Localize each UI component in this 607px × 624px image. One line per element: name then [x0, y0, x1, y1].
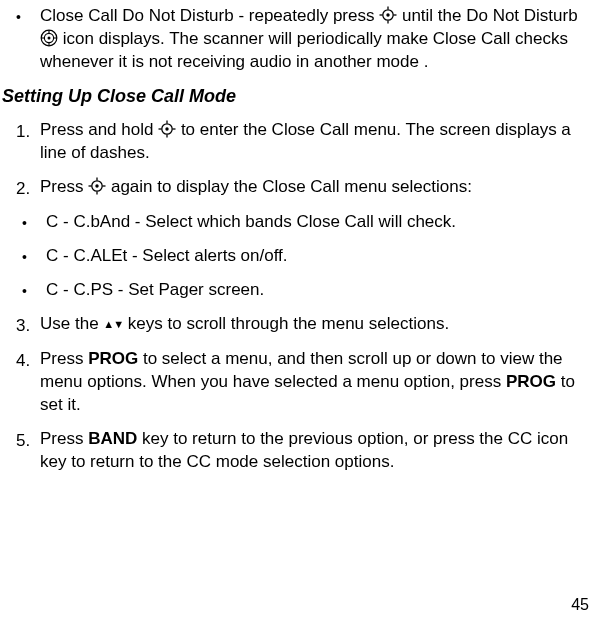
- list-item-text: Close Call Do Not Disturb - repeatedly p…: [40, 4, 585, 74]
- text: Close Call Do Not Disturb - repeatedly p…: [40, 6, 379, 25]
- list-item: • C - C.bAnd - Select which bands Close …: [0, 210, 585, 234]
- key-label: BAND: [88, 429, 137, 448]
- bullet-marker: •: [22, 210, 46, 234]
- text: Press: [40, 349, 88, 368]
- bullet-marker: •: [22, 278, 46, 302]
- up-down-arrows-icon: ▲▼: [103, 319, 123, 330]
- svg-point-14: [165, 127, 168, 130]
- list-item-text: C - C.ALEt - Select alerts on/off.: [46, 244, 585, 268]
- list-item-text: Press again to display the Close Call me…: [40, 175, 585, 199]
- list-item: • Close Call Do Not Disturb - repeatedly…: [0, 4, 585, 74]
- list-item: • C - C.ALEt - Select alerts on/off.: [0, 244, 585, 268]
- key-label: PROG: [506, 372, 556, 391]
- text: again to display the Close Call menu sel…: [111, 177, 472, 196]
- list-item: 2. Press again to display the Close Call…: [0, 175, 585, 200]
- svg-point-8: [48, 36, 51, 39]
- list-item: • C - C.PS - Set Pager screen.: [0, 278, 585, 302]
- bullet-marker: •: [22, 244, 46, 268]
- list-item-text: Press BAND key to return to the previous…: [40, 427, 585, 474]
- page-number: 45: [571, 594, 589, 616]
- step-number: 3.: [16, 312, 40, 337]
- close-call-icon: [158, 120, 176, 138]
- text: keys to scroll through the menu selectio…: [128, 314, 449, 333]
- key-label: PROG: [88, 349, 138, 368]
- text: icon displays. The scanner will periodic…: [40, 29, 568, 71]
- close-call-icon: [88, 177, 106, 195]
- list-item-text: C - C.bAnd - Select which bands Close Ca…: [46, 210, 585, 234]
- step-number: 2.: [16, 175, 40, 200]
- list-item: 3. Use the ▲▼ keys to scroll through the…: [0, 312, 585, 337]
- text: Press: [40, 177, 88, 196]
- step-number: 5.: [16, 427, 40, 452]
- list-item-text: Press PROG to select a menu, and then sc…: [40, 347, 585, 417]
- close-call-dnd-icon: [40, 29, 58, 47]
- step-number: 1.: [16, 118, 40, 143]
- list-item-text: Use the ▲▼ keys to scroll through the me…: [40, 312, 585, 336]
- close-call-icon: [379, 6, 397, 24]
- list-item: 1. Press and hold to enter the Close Cal…: [0, 118, 585, 165]
- list-item: 4. Press PROG to select a menu, and then…: [0, 347, 585, 417]
- list-item: 5. Press BAND key to return to the previ…: [0, 427, 585, 474]
- text: Press: [40, 429, 88, 448]
- section-heading: Setting Up Close Call Mode: [0, 84, 585, 108]
- list-item-text: C - C.PS - Set Pager screen.: [46, 278, 585, 302]
- text: until the Do Not Disturb: [402, 6, 578, 25]
- svg-point-20: [95, 184, 98, 187]
- text: Press and hold: [40, 120, 158, 139]
- text: Use the: [40, 314, 103, 333]
- list-item-text: Press and hold to enter the Close Call m…: [40, 118, 585, 165]
- bullet-marker: •: [16, 4, 40, 28]
- svg-point-1: [386, 13, 389, 16]
- step-number: 4.: [16, 347, 40, 372]
